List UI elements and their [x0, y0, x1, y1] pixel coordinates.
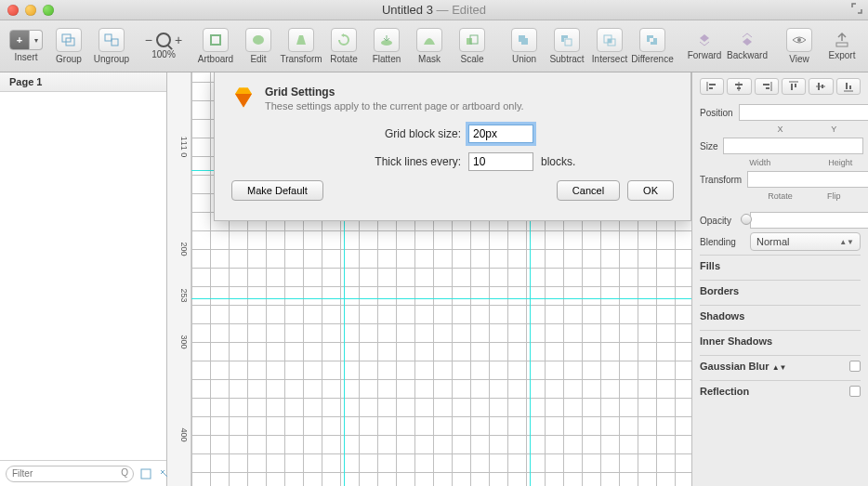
scale-tool[interactable]: Scale	[454, 28, 491, 64]
union-tool[interactable]: Union	[506, 28, 543, 64]
rotate-tool[interactable]: Rotate	[325, 28, 362, 64]
svg-rect-3	[112, 39, 118, 46]
gaussian-blur-section[interactable]: Gaussian Blur ▲▼	[700, 355, 861, 376]
export-tool[interactable]: Export	[823, 32, 861, 60]
width-input[interactable]	[723, 138, 863, 154]
ruler-tick: 253	[179, 288, 189, 302]
svg-rect-30	[822, 85, 823, 88]
svg-rect-4	[211, 35, 220, 45]
canvas[interactable]: 111 0 200 253 300 400 Grid Settings Thes…	[167, 72, 691, 486]
mask-tool[interactable]: Mask	[411, 28, 448, 64]
rotate-label: Rotate	[330, 54, 357, 64]
subtract-tool[interactable]: Subtract	[548, 28, 585, 64]
gaussian-blur-checkbox[interactable]	[849, 361, 861, 372]
toolbar: +▾ Insert Group Ungroup − + 100% Artboar…	[0, 20, 868, 72]
height-sublabel: Height	[821, 158, 861, 167]
width-sublabel: Width	[740, 158, 780, 167]
reflection-checkbox[interactable]	[849, 386, 861, 397]
page-selector[interactable]: Page 1	[0, 72, 166, 92]
difference-icon	[639, 28, 665, 52]
svg-rect-26	[791, 84, 793, 90]
svg-rect-2	[105, 34, 112, 41]
y-sublabel: Y	[807, 125, 861, 134]
thick-lines-suffix: blocks.	[541, 155, 584, 168]
grid-block-size-input[interactable]	[468, 125, 533, 143]
rotate-input[interactable]	[747, 171, 868, 188]
inner-shadows-section[interactable]: Inner Shadows	[700, 330, 861, 351]
make-default-button[interactable]: Make Default	[231, 180, 323, 201]
opacity-input[interactable]	[750, 212, 868, 229]
edited-indicator: — Edited	[433, 3, 486, 17]
filter-input[interactable]	[6, 466, 134, 482]
svg-rect-29	[818, 83, 820, 90]
svg-rect-18	[709, 87, 713, 89]
ungroup-icon	[99, 28, 125, 52]
group-tool[interactable]: Group	[50, 28, 87, 64]
blending-label: Blending	[700, 237, 744, 247]
transform-label: Transform	[700, 175, 742, 185]
intersect-icon	[597, 28, 623, 52]
insert-tool[interactable]: +▾ Insert	[7, 30, 45, 62]
chevron-down-icon: ▾	[30, 30, 43, 50]
grid-settings-dialog: Grid Settings These settings apply to th…	[214, 72, 691, 221]
horizontal-guide[interactable]	[191, 298, 691, 299]
layers-sidebar: Page 1 Q	[0, 72, 167, 486]
plus-icon[interactable]: +	[175, 33, 182, 47]
align-top-button[interactable]	[782, 78, 806, 95]
transform-tool[interactable]: Transform	[283, 28, 320, 64]
edit-icon	[245, 28, 271, 52]
edit-label: Edit	[250, 54, 266, 64]
forward-tool[interactable]: Forward	[686, 32, 723, 60]
align-hcenter-button[interactable]	[727, 78, 751, 95]
svg-rect-24	[766, 87, 769, 89]
window-title: Untitled 3 — Edited	[0, 3, 868, 17]
size-label: Size	[700, 141, 717, 151]
subtract-label: Subtract	[549, 54, 584, 64]
intersect-label: Intersect	[592, 54, 627, 64]
forward-label: Forward	[688, 50, 722, 60]
artboard-filter-icon[interactable]	[139, 467, 152, 480]
ungroup-tool[interactable]: Ungroup	[93, 28, 130, 64]
svg-rect-15	[141, 469, 151, 479]
cancel-button[interactable]: Cancel	[557, 180, 620, 201]
flatten-icon	[374, 28, 400, 52]
align-left-button[interactable]	[700, 78, 724, 95]
svg-rect-33	[849, 85, 851, 89]
thick-lines-input[interactable]	[468, 152, 533, 171]
position-x-input[interactable]	[739, 104, 868, 121]
backward-label: Backward	[727, 50, 768, 60]
fills-section[interactable]: Fills	[700, 255, 861, 276]
svg-rect-23	[763, 84, 769, 85]
minus-icon[interactable]: −	[145, 33, 152, 47]
ok-button[interactable]: OK	[627, 180, 674, 201]
view-tool[interactable]: View	[781, 28, 818, 64]
edit-tool[interactable]: Edit	[240, 28, 277, 64]
forward-icon	[696, 32, 713, 48]
export-label: Export	[829, 50, 856, 60]
backward-tool[interactable]: Backward	[729, 32, 766, 60]
dialog-subtitle: These settings apply to the current page…	[265, 100, 524, 112]
difference-tool[interactable]: Difference	[634, 28, 671, 64]
group-icon	[56, 28, 82, 52]
scale-icon	[459, 28, 485, 52]
blending-dropdown[interactable]: Normal▲▼	[750, 232, 861, 251]
align-bottom-button[interactable]	[836, 78, 861, 95]
flatten-tool[interactable]: Flatten	[368, 28, 405, 64]
zoom-tool[interactable]: − + 100%	[145, 33, 182, 59]
align-vcenter-button[interactable]	[809, 78, 833, 95]
ruler-tick: 111 0	[179, 137, 189, 158]
svg-rect-14	[836, 43, 848, 46]
zoom-label: 100%	[151, 49, 176, 59]
difference-label: Difference	[631, 54, 673, 64]
shadows-section[interactable]: Shadows	[700, 305, 861, 326]
align-right-button[interactable]	[755, 78, 779, 95]
borders-section[interactable]: Borders	[700, 280, 861, 301]
fullscreen-icon[interactable]	[851, 3, 862, 16]
reflection-section[interactable]: Reflection	[700, 380, 861, 401]
vertical-ruler: 111 0 200 253 300 400	[167, 72, 191, 486]
insert-label: Insert	[14, 52, 37, 62]
artboard-tool[interactable]: Artboard	[197, 28, 234, 64]
svg-rect-17	[709, 84, 716, 85]
svg-rect-12	[608, 39, 612, 43]
intersect-tool[interactable]: Intersect	[591, 28, 628, 64]
